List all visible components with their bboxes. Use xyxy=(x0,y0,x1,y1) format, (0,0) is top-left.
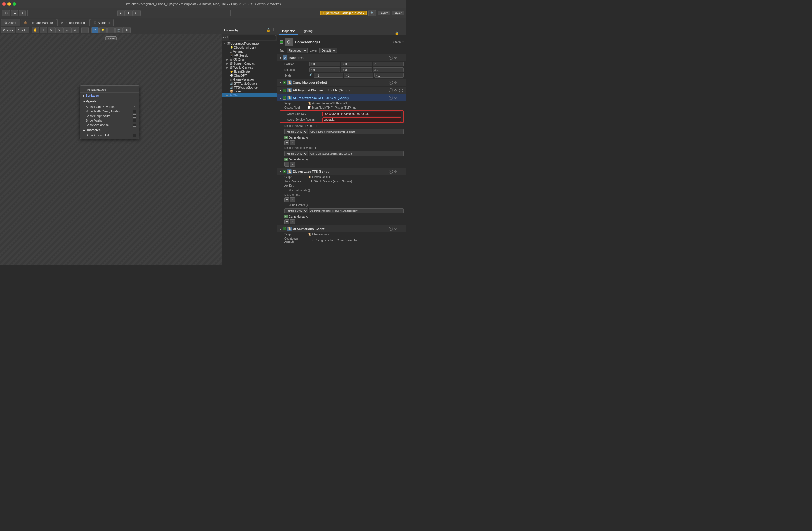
ar-gear-icon[interactable]: ⚙ xyxy=(394,88,397,92)
gizmos-button[interactable]: ⚙ xyxy=(123,27,131,33)
ar-raycast-check[interactable]: ✓ xyxy=(282,88,286,92)
gm-info-icon[interactable]: ? xyxy=(389,81,393,85)
viewport-area[interactable]: Stereo — AI Navigation ▶ Surfaces ▼ Agen… xyxy=(0,34,222,266)
hierarchy-directional-light[interactable]: 💡 Directional Light xyxy=(222,45,277,49)
close-button[interactable] xyxy=(2,2,6,6)
play-button[interactable]: ▶ xyxy=(117,10,125,16)
eleven-labs-check[interactable]: ✓ xyxy=(282,170,286,173)
scale-x-field[interactable]: X1 xyxy=(314,73,343,78)
rot-x-field[interactable]: X0 xyxy=(309,68,340,72)
el-more-icon[interactable]: ⋮⋮ xyxy=(398,170,404,173)
layout-button[interactable]: Layout xyxy=(392,11,404,15)
step-button[interactable]: ⏭ xyxy=(133,10,141,16)
rotate-tool[interactable]: ↻ xyxy=(47,27,55,33)
gm-more-icon[interactable]: ⋮⋮ xyxy=(398,81,404,84)
azure-region-value[interactable]: eastasia xyxy=(322,117,401,122)
ui-animations-header[interactable]: ▶ ✓ 📜 UI Animations (Script) ? ⚙ ⋮⋮ xyxy=(277,225,406,232)
hierarchy-screen-canvas[interactable]: ▶ 🖼 Screen Canvas xyxy=(222,61,277,66)
minimize-button[interactable] xyxy=(8,2,11,6)
azure-gear-icon[interactable]: ⚙ xyxy=(394,96,397,100)
end-runtime-select[interactable]: Runtime Only xyxy=(284,151,308,156)
show-walls[interactable]: Show Walls xyxy=(80,118,139,123)
azure-stt-header[interactable]: ▶ ✓ 📜 Azure Utterance STT For GPT (Scrip… xyxy=(277,95,406,101)
pos-x-field[interactable]: X0 xyxy=(309,62,340,66)
pos-z-field[interactable]: Z0 xyxy=(373,62,404,66)
scale-y-field[interactable]: Y1 xyxy=(344,73,373,78)
maximize-button[interactable] xyxy=(13,2,16,6)
tts-runtime-select[interactable]: Runtime Only xyxy=(284,208,308,213)
hierarchy-lock[interactable]: 🔒 xyxy=(266,28,271,32)
hierarchy-lean[interactable]: 📦 Lean xyxy=(222,89,277,94)
tab-lighting[interactable]: Lighting xyxy=(298,28,316,35)
eleven-labs-header[interactable]: ▶ ✓ 📜 Eleven Labs TTS (Script) ? ⚙ ⋮⋮ xyxy=(277,168,406,175)
pause-button[interactable]: ⏸ xyxy=(125,10,133,16)
el-gear-icon[interactable]: ⚙ xyxy=(394,170,397,174)
ua-gear-icon[interactable]: ⚙ xyxy=(394,227,397,231)
show-path-query-nodes[interactable]: Show Path Query Nodes xyxy=(80,109,139,114)
experimental-packages-button[interactable]: Experimental Packages In Use ▾ xyxy=(320,11,367,15)
show-path-polygons[interactable]: Show Path Polygons ✓ xyxy=(80,104,139,109)
surfaces-section[interactable]: ▶ Surfaces xyxy=(80,93,139,99)
settings-button[interactable]: ⚙ xyxy=(19,10,26,16)
azure-stt-check[interactable]: ✓ xyxy=(282,96,286,100)
rot-y-field[interactable]: Y0 xyxy=(341,68,372,72)
inspector-more-icon[interactable]: ⋯ xyxy=(401,31,404,35)
ar-more-icon[interactable]: ⋮⋮ xyxy=(398,89,404,92)
azure-more-icon[interactable]: ⋮⋮ xyxy=(398,97,404,100)
gm-gear-icon[interactable]: ⚙ xyxy=(394,81,397,85)
account-button[interactable]: H ▾ xyxy=(2,10,10,16)
layer-select[interactable]: Default xyxy=(319,48,337,53)
game-manager-header[interactable]: ▶ ✓ 📜 Game Manager (Script) ? ⚙ ⋮⋮ xyxy=(277,79,406,86)
show-carve-hull[interactable]: Show Carve Hull xyxy=(80,133,139,138)
hierarchy-gamemanager[interactable]: ⚙ GameManager xyxy=(222,77,277,81)
pos-y-field[interactable]: Y0 xyxy=(341,62,372,66)
hierarchy-volume[interactable]: ⬡ Volume xyxy=(222,49,277,54)
ua-more-icon[interactable]: ⋮⋮ xyxy=(398,227,404,230)
light-button[interactable]: 💡 xyxy=(99,27,107,33)
game-manager-check[interactable]: ✓ xyxy=(282,81,286,84)
end-plus-btn[interactable]: + xyxy=(284,162,289,167)
azure-info-icon[interactable]: ? xyxy=(389,96,393,100)
camera-button[interactable]: 📷 xyxy=(115,27,122,33)
ui-animations-check[interactable]: ✓ xyxy=(282,227,286,230)
el-info-icon[interactable]: ? xyxy=(389,170,393,174)
traffic-lights[interactable] xyxy=(2,2,16,6)
hierarchy-ar-session[interactable]: 📱 AR Session xyxy=(222,54,277,57)
ua-info-icon[interactable]: ? xyxy=(389,227,393,231)
ar-info-icon[interactable]: ? xyxy=(389,88,393,92)
hierarchy-world-canvas[interactable]: ▶ 🖼 World Canvas xyxy=(222,66,277,69)
fx-button[interactable]: ✦ xyxy=(107,27,115,33)
end-minus-btn[interactable]: − xyxy=(290,162,295,167)
static-dropdown[interactable]: ▾ xyxy=(402,40,404,44)
tab-project-settings[interactable]: ⚙ Project Settings xyxy=(57,19,89,26)
hierarchy-ttsaudiosource[interactable]: 🔊 TTSAudioSource xyxy=(222,85,277,89)
rect-tool[interactable]: ▭ xyxy=(63,27,71,33)
obstacles-section[interactable]: ▶ Obstacles xyxy=(80,127,139,133)
transform-tool[interactable]: ⊕ xyxy=(71,27,79,33)
tab-inspector[interactable]: Inspector xyxy=(278,28,298,35)
tts-begin-minus-btn[interactable]: − xyxy=(290,198,295,202)
hierarchy-sttaudiosource[interactable]: 🔊 STTAudioSource xyxy=(222,81,277,85)
tts-end-plus-btn[interactable]: + xyxy=(284,219,289,224)
agents-section[interactable]: ▼ Agents xyxy=(80,99,139,104)
start-runtime-select[interactable]: Runtime Only xyxy=(284,129,308,134)
azure-sub-key-value[interactable]: 96b9276e8f344a3e9f0071c099f5055 xyxy=(322,112,401,116)
start-plus-btn[interactable]: + xyxy=(284,140,289,145)
rot-z-field[interactable]: Z0 xyxy=(373,68,404,72)
ar-raycast-header[interactable]: ▶ ✓ 📜 AR Raycast Placement Enable (Scrip… xyxy=(277,87,406,94)
more-tools[interactable]: ⋯ xyxy=(82,27,89,33)
hierarchy-chatgpt[interactable]: 💬 ChatGPT xyxy=(222,73,277,77)
tag-select[interactable]: Untagged xyxy=(287,48,307,53)
center-pivot-button[interactable]: Center ▾ xyxy=(1,27,15,33)
hierarchy-scene-root[interactable]: ▼ 🎬 UtteranceRecognizer_! xyxy=(222,42,277,45)
transform-header[interactable]: ▶ ⊕ Transform ? ⚙ ⋮⋮ xyxy=(277,54,406,61)
inspector-lock-icon[interactable]: 🔒 xyxy=(395,31,399,35)
hand-tool[interactable]: ✋ xyxy=(32,27,39,33)
move-tool[interactable]: ✛ xyxy=(40,27,47,33)
go-enable-checkbox[interactable] xyxy=(280,40,283,44)
tab-package-manager[interactable]: 📦 Package Manager xyxy=(21,19,57,26)
transform-info-icon[interactable]: ? xyxy=(389,56,393,60)
cloud-button[interactable]: ☁ xyxy=(11,10,18,16)
2d-button[interactable]: 2D xyxy=(91,27,99,33)
tts-begin-plus-btn[interactable]: + xyxy=(284,198,289,202)
